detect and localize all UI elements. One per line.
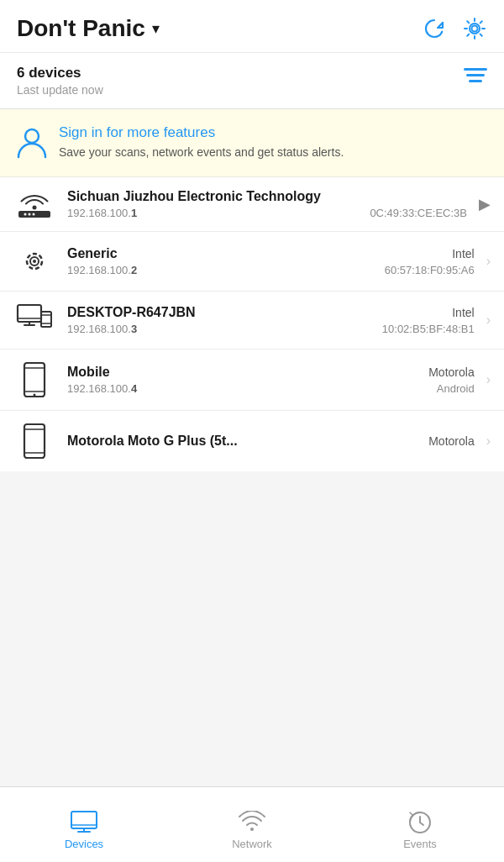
device-ip: 192.168.100.1 [67,207,137,219]
device-top: Motorola Moto G Plus (5t... Motorola [67,434,475,449]
device-ip: 192.168.100.4 [67,382,137,395]
device-info: Sichuan Jiuzhou Electronic Technology 19… [67,189,467,219]
monitor-icon [71,807,97,833]
signin-text: Sign in for more features Save your scan… [59,124,344,161]
filter-line-3 [469,80,482,82]
device-ip: 192.168.100.3 [67,323,137,335]
device-bottom: 192.168.100.1 0C:49:33:CE:EC:3B [67,207,467,219]
device-mac: 60:57:18:F0:95:A6 [385,264,475,276]
chevron-down-icon[interactable]: ▾ [152,19,160,38]
svg-rect-25 [71,812,97,828]
play-icon: ▶ [479,195,491,213]
device-vendor: Intel [452,306,474,319]
svg-point-10 [33,260,36,263]
bottom-navigation: Devices Network Events [0,786,504,862]
device-vendor: Motorola [428,365,474,379]
filter-line-2 [466,74,485,76]
svg-point-21 [34,393,36,396]
device-vendor: Motorola [428,434,474,448]
nav-label-devices: Devices [65,838,103,850]
device-vendor: Intel [452,247,474,260]
header: Don't Panic ▾ [0,0,504,53]
signin-banner[interactable]: Sign in for more features Save your scan… [0,109,504,177]
user-icon [17,126,47,160]
device-summary: 6 devices Last update now [17,65,103,97]
wifi-icon [239,807,265,833]
device-item[interactable]: Motorola Moto G Plus (5t... Motorola › [0,411,504,471]
device-bottom: 192.168.100.3 10:02:B5:BF:48:B1 [67,323,475,335]
device-item[interactable]: Mobile Motorola 192.168.100.4 Android › [0,350,504,411]
device-item[interactable]: Generic Intel 192.168.100.2 60:57:18:F0:… [0,232,504,292]
device-top: Generic Intel [67,246,475,261]
chevron-right-icon: › [486,434,491,449]
device-name: Generic [67,246,118,261]
nav-label-network: Network [232,838,272,850]
nav-item-devices[interactable]: Devices [0,799,168,849]
generic-icon [13,244,55,279]
svg-rect-15 [41,312,51,327]
svg-point-6 [29,213,31,215]
chevron-right-icon: › [486,313,491,328]
header-left: Don't Panic ▾ [17,15,160,42]
device-top: Mobile Motorola [67,365,475,380]
svg-point-29 [250,828,254,831]
devices-count: 6 devices [17,65,103,81]
svg-point-2 [25,129,39,143]
device-mac: 10:02:B5:BF:48:B1 [382,323,475,335]
device-bottom: 192.168.100.2 60:57:18:F0:95:A6 [67,264,475,276]
device-top: DESKTOP-R647JBN Intel [67,305,475,320]
nav-item-events[interactable]: Events [336,799,504,849]
router-icon [13,189,55,219]
filter-button[interactable] [464,65,487,82]
device-name: Sichuan Jiuzhou Electronic Technology [67,189,321,204]
nav-item-network[interactable]: Network [168,799,336,849]
filter-line-1 [464,68,487,71]
header-actions [422,16,487,41]
device-info: DESKTOP-R647JBN Intel 192.168.100.3 10:0… [67,305,475,335]
device-info: Motorola Moto G Plus (5t... Motorola [67,434,475,449]
device-info: Generic Intel 192.168.100.2 60:57:18:F0:… [67,246,475,276]
svg-point-5 [24,213,27,215]
device-top: Sichuan Jiuzhou Electronic Technology [67,189,467,204]
device-ip: 192.168.100.2 [67,264,137,276]
desktop-icon [13,303,55,337]
svg-rect-11 [18,305,41,322]
settings-button[interactable] [462,16,487,41]
chevron-right-icon: › [486,254,491,269]
clock-icon [408,807,432,833]
svg-point-0 [472,26,478,32]
svg-point-7 [33,213,35,215]
nav-label-events: Events [403,838,437,850]
device-bottom: 192.168.100.4 Android [67,382,475,395]
device-list: Sichuan Jiuzhou Electronic Technology 19… [0,177,504,471]
mobile-icon [13,423,55,460]
device-extra: Android [437,382,475,395]
refresh-button[interactable] [422,16,447,41]
mobile-icon [13,361,55,398]
signin-description: Save your scans, network events and get … [59,145,344,161]
device-item[interactable]: DESKTOP-R647JBN Intel 192.168.100.3 10:0… [0,292,504,350]
device-info: Mobile Motorola 192.168.100.4 Android [67,365,475,395]
last-update: Last update now [17,83,103,97]
signin-title[interactable]: Sign in for more features [59,124,344,141]
chevron-right-icon: › [486,372,491,387]
device-name: Mobile [67,365,110,380]
device-name: DESKTOP-R647JBN [67,305,196,320]
device-item[interactable]: Sichuan Jiuzhou Electronic Technology 19… [0,177,504,232]
subheader: 6 devices Last update now [0,53,504,109]
device-name: Motorola Moto G Plus (5t... [67,434,238,449]
svg-point-3 [33,205,37,209]
app-title: Don't Panic [17,15,145,42]
device-mac: 0C:49:33:CE:EC:3B [370,207,467,219]
